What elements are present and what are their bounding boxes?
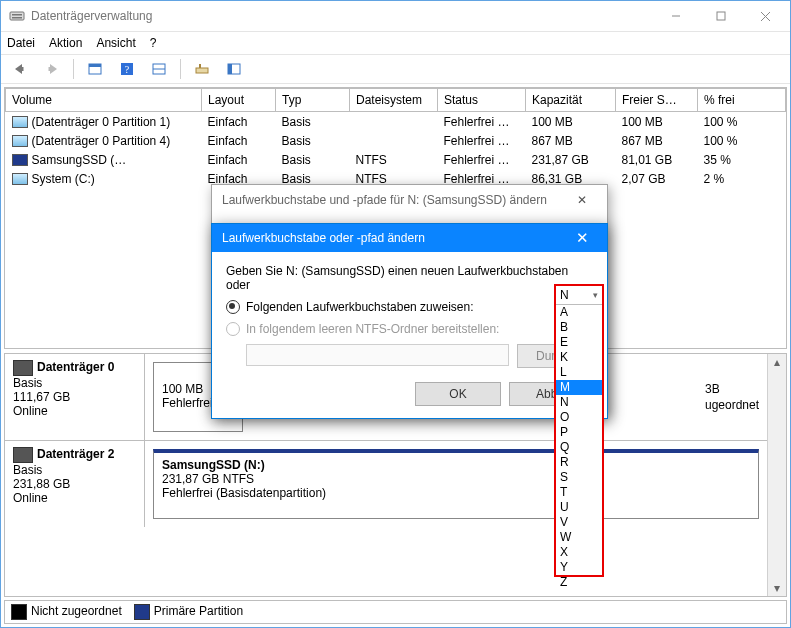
drive-letter-option[interactable]: B	[556, 320, 602, 335]
svg-rect-12	[89, 64, 101, 67]
disk2-size: 231,88 GB	[13, 477, 136, 491]
help-icon[interactable]: ?	[114, 57, 140, 81]
volume-icon	[12, 173, 28, 185]
col-volume[interactable]: Volume	[6, 89, 202, 112]
titlebar: Datenträgerverwaltung	[1, 1, 790, 31]
svg-rect-0	[10, 12, 24, 20]
dialog2-instruction: Geben Sie N: (SamsungSSD) einen neuen La…	[226, 264, 593, 292]
svg-marker-7	[15, 64, 22, 74]
drive-letter-option[interactable]: Z	[556, 575, 602, 590]
window-title: Datenträgerverwaltung	[31, 9, 653, 23]
volume-table: Volume Layout Typ Dateisystem Status Kap…	[5, 88, 786, 188]
chevron-down-icon: ▾	[593, 290, 598, 300]
volume-icon	[12, 135, 28, 147]
col-fs[interactable]: Dateisystem	[350, 89, 438, 112]
legend: Nicht zugeordnet Primäre Partition	[4, 600, 787, 624]
col-pct[interactable]: % frei	[698, 89, 786, 112]
volume-row[interactable]: SamsungSSD (…EinfachBasisNTFSFehlerfrei …	[6, 150, 786, 169]
svg-rect-2	[12, 17, 22, 19]
disk-header-0[interactable]: Datenträger 0 Basis 111,67 GB Online	[5, 354, 145, 440]
radio-mount-label: In folgendem leeren NTFS-Ordner bereitst…	[246, 322, 499, 336]
drive-letter-option[interactable]: V	[556, 515, 602, 530]
drive-letter-option[interactable]: U	[556, 500, 602, 515]
toolbar-icon-4[interactable]	[189, 57, 215, 81]
dialog2-close-icon[interactable]: ✕	[567, 229, 597, 247]
col-layout[interactable]: Layout	[202, 89, 276, 112]
dialog2-title: Laufwerkbuchstabe oder -pfad ändern	[222, 231, 425, 245]
menu-help[interactable]: ?	[150, 36, 157, 50]
drive-letter-option[interactable]: T	[556, 485, 602, 500]
drive-letter-option[interactable]: M	[556, 380, 602, 395]
nav-forward-button[interactable]	[39, 57, 65, 81]
col-free[interactable]: Freier S…	[616, 89, 698, 112]
minimize-button[interactable]	[653, 2, 698, 30]
scroll-down-icon[interactable]: ▾	[769, 580, 785, 596]
toolbar: ?	[1, 55, 790, 84]
dialog2-ok-button[interactable]: OK	[415, 382, 501, 406]
maximize-button[interactable]	[698, 2, 743, 30]
radio-assign-label: Folgenden Laufwerkbuchstaben zuweisen:	[246, 300, 473, 314]
radio-assign-letter[interactable]: Folgenden Laufwerkbuchstaben zuweisen:	[226, 300, 593, 314]
legend-primary: Primäre Partition	[154, 604, 243, 618]
dialog1-close-icon[interactable]: ✕	[567, 193, 597, 207]
svg-rect-8	[22, 67, 24, 71]
svg-rect-18	[199, 64, 201, 68]
volume-row[interactable]: (Datenträger 0 Partition 4)EinfachBasisF…	[6, 131, 786, 150]
col-cap[interactable]: Kapazität	[526, 89, 616, 112]
drive-letter-option[interactable]: R	[556, 455, 602, 470]
disk0-unalloc-fragment: ugeordnet	[705, 398, 759, 412]
legend-unalloc: Nicht zugeordnet	[31, 604, 122, 618]
toolbar-icon-1[interactable]	[82, 57, 108, 81]
svg-rect-20	[228, 64, 232, 74]
drive-letter-option[interactable]: L	[556, 365, 602, 380]
disk0-state: Online	[13, 404, 136, 418]
volume-icon	[12, 116, 28, 128]
volume-icon	[12, 154, 28, 166]
drive-letter-option[interactable]: Q	[556, 440, 602, 455]
drive-letter-option[interactable]: Y	[556, 560, 602, 575]
disk-icon	[13, 360, 33, 376]
drive-letter-option[interactable]: A	[556, 305, 602, 320]
disk-management-window: Datenträgerverwaltung Datei Aktion Ansic…	[0, 0, 791, 628]
menu-aktion[interactable]: Aktion	[49, 36, 82, 50]
disk2-type: Basis	[13, 463, 136, 477]
drive-letter-option[interactable]: P	[556, 425, 602, 440]
disk-icon	[13, 447, 33, 463]
drive-letter-option[interactable]: S	[556, 470, 602, 485]
close-button[interactable]	[743, 2, 788, 30]
disk-header-2[interactable]: Datenträger 2 Basis 231,88 GB Online	[5, 441, 145, 527]
drive-letter-option[interactable]: W	[556, 530, 602, 545]
drive-letter-option[interactable]: E	[556, 335, 602, 350]
col-typ[interactable]: Typ	[276, 89, 350, 112]
drive-letter-combo[interactable]: N ▾ ABEKLMNOPQRSTUVWXYZ	[554, 284, 604, 577]
svg-rect-1	[12, 14, 22, 16]
drive-letter-option[interactable]: O	[556, 410, 602, 425]
drive-letter-option[interactable]: N	[556, 395, 602, 410]
disk0-size-fragment: 3B	[705, 382, 720, 396]
drive-letter-option[interactable]: K	[556, 350, 602, 365]
toolbar-icon-5[interactable]	[221, 57, 247, 81]
svg-rect-10	[49, 67, 51, 71]
svg-marker-9	[50, 64, 57, 74]
mount-path-input	[246, 344, 509, 366]
drive-letter-option[interactable]: X	[556, 545, 602, 560]
partition-samsungssd[interactable]: SamsungSSD (N:) 231,87 GB NTFS Fehlerfre…	[153, 449, 759, 519]
radio-icon	[226, 300, 240, 314]
nav-back-button[interactable]	[7, 57, 33, 81]
toolbar-icon-3[interactable]	[146, 57, 172, 81]
disk-scrollbar[interactable]: ▴ ▾	[767, 354, 786, 596]
radio-icon	[226, 322, 240, 336]
legend-swatch-primary	[134, 604, 150, 620]
scroll-up-icon[interactable]: ▴	[769, 354, 785, 370]
drive-letter-list[interactable]: ABEKLMNOPQRSTUVWXYZ	[556, 305, 602, 575]
app-icon	[9, 8, 25, 24]
volume-row[interactable]: (Datenträger 0 Partition 1)EinfachBasisF…	[6, 112, 786, 132]
svg-rect-17	[196, 68, 208, 73]
dialog-assign-letter: Laufwerkbuchstabe oder -pfad ändern ✕ Ge…	[211, 223, 608, 419]
menu-ansicht[interactable]: Ansicht	[96, 36, 135, 50]
dialog1-title: Laufwerkbuchstabe und -pfade für N: (Sam…	[222, 193, 547, 207]
disk2-state: Online	[13, 491, 136, 505]
menu-datei[interactable]: Datei	[7, 36, 35, 50]
radio-mount-folder[interactable]: In folgendem leeren NTFS-Ordner bereitst…	[226, 322, 593, 336]
col-status[interactable]: Status	[438, 89, 526, 112]
